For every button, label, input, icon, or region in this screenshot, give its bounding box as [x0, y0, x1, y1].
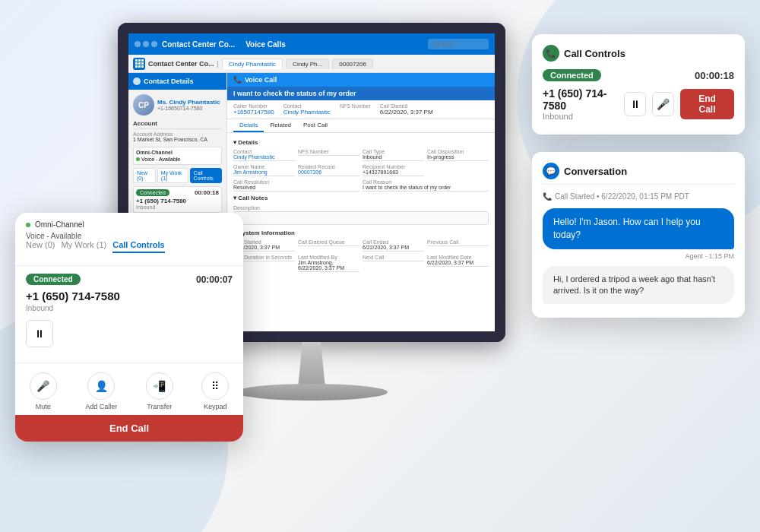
phone-circle-icon: 📞	[543, 45, 559, 62]
sys-fl-modified-date: Last Modified Date	[427, 255, 489, 260]
transfer-icon: 📲	[153, 380, 166, 392]
voice-call-title: Voice Call	[245, 76, 277, 84]
tab-details[interactable]: Details	[233, 119, 264, 132]
conv-title-bar: 💬 Conversation	[543, 163, 734, 185]
call-subject-bar: I want to check the status of my order	[227, 87, 495, 100]
omni-channel-bar: Omni-Channel Voice - Available	[133, 147, 222, 165]
contact-header: Contact Details	[128, 73, 226, 90]
call-controls-title: Call Controls	[564, 48, 625, 59]
panel-end-call-bar[interactable]: End Call	[15, 415, 243, 442]
address-field: Account Address 1 Market St, San Francis…	[133, 131, 222, 142]
panel-tab-my-work[interactable]: My Work (1)	[62, 240, 107, 253]
details-grid: Contact Cindy Phamtastic NFS Number Call…	[233, 149, 489, 176]
call-started-label: Call Started	[380, 103, 433, 109]
top-bar-dots	[135, 41, 157, 47]
call-timer-mini: 00:00:18	[195, 189, 219, 196]
conversation-overlay: 💬 Conversation 📞 Call Started • 6/22/202…	[532, 152, 745, 318]
add-caller-icon: 👤	[95, 380, 108, 392]
contact-details-title: Contact Details	[144, 78, 194, 85]
nfs-field: NFS Number	[340, 103, 371, 116]
phone-number-mini: +1 (650) 714-7580	[136, 198, 219, 204]
inbound-label-mini: Inbound	[136, 204, 219, 210]
fl-contact: Contact	[233, 149, 295, 154]
panel-pause-button[interactable]: ⏸	[26, 320, 53, 347]
keypad-button[interactable]: ⠿	[201, 372, 229, 400]
mute-action: 🎤 Mute	[30, 372, 57, 410]
panel-tab-new[interactable]: New (0)	[26, 240, 55, 253]
panel-connected-row: Connected 00:00:07	[26, 274, 233, 285]
dot1	[135, 41, 141, 47]
profile-name: Ms. Cindy Phamtastic	[157, 99, 220, 106]
sys-fl-ended: Call Ended	[363, 239, 424, 245]
call-started-field: Call Started 6/22/2020, 3:37 PM	[380, 103, 433, 116]
fl-owner: Owner Name	[233, 164, 295, 169]
end-call-button[interactable]: End Call	[680, 89, 734, 119]
sys-info-grid: Call Started 6/22/2020, 3:37 PM Call Ent…	[233, 239, 489, 272]
status-dot	[136, 157, 140, 161]
keypad-label: Keypad	[204, 403, 227, 410]
account-section: Account	[133, 120, 222, 129]
panel-call-area: Connected 00:00:07 +1 (650) 714-7580 Inb…	[15, 266, 243, 363]
omni-bar: Omni-Channel	[26, 220, 233, 229]
mute-action-icon: 🎤	[36, 380, 49, 392]
nav-logo	[133, 58, 145, 70]
fv-recipient: +14327891683	[363, 169, 424, 176]
mute-action-button[interactable]: 🎤	[30, 372, 57, 400]
panel-phone: +1 (650) 714-7580	[26, 290, 233, 302]
main-content: 📞 Voice Call I want to check the status …	[227, 73, 495, 331]
transfer-button[interactable]: 📲	[146, 372, 173, 400]
agent-label: Agent · 1:15 PM	[543, 252, 734, 260]
pause-button[interactable]: ⏸	[624, 92, 646, 116]
tab-my-work[interactable]: My Work (1)	[157, 168, 188, 183]
mute-action-label: Mute	[36, 403, 51, 410]
dot3	[151, 41, 157, 47]
call-controls-buttons: ⏸ 🎤 End Call	[624, 89, 734, 119]
panel-tab-call-controls[interactable]: Call Controls	[112, 240, 164, 253]
add-caller-button[interactable]: 👤	[87, 372, 115, 400]
call-notes-section: ▾ Call Notes	[233, 195, 489, 201]
profile-section: CP Ms. Cindy Phamtastic +1-16650714-7580	[133, 94, 222, 116]
fl-related: Related Record	[298, 164, 359, 169]
fv-nfs	[298, 154, 359, 156]
nfs-label: NFS Number	[340, 103, 371, 109]
details-section-title: ▾ Details	[233, 139, 489, 146]
app-title: Contact Center Co...	[162, 40, 235, 49]
nav-app-title: Contact Center Co...	[148, 60, 214, 68]
phone-number-row: +1 (650) 714-7580 Inbound ⏸ 🎤 End Call	[543, 87, 734, 121]
omni-green-dot	[26, 223, 30, 227]
agent-bubble: Hello! I'm Jason. How can I help you tod…	[543, 208, 734, 249]
add-caller-action: 👤 Add Caller	[85, 372, 117, 410]
tab-call-controls[interactable]: Call Controls	[190, 168, 222, 183]
fl-recipient: Recipient Number	[363, 164, 424, 169]
tab-new[interactable]: New (0)	[133, 168, 156, 183]
profile-phone: +1-16650714-7580	[157, 106, 220, 111]
caller-info-row: Caller Number +16507147580 Contact Cindy…	[227, 100, 495, 119]
call-subject: I want to check the status of my order	[233, 90, 356, 97]
search-input[interactable]	[428, 39, 489, 49]
fv-reason: I want to check the status of my order	[363, 185, 489, 192]
sys-fv-modified-date: 6/22/2020, 3:37 PM	[427, 260, 489, 267]
tab-cindy-1[interactable]: Cindy Phamtastic	[222, 59, 283, 69]
sys-fl-next: Next Call	[363, 255, 424, 260]
tab-post-call[interactable]: Post Call	[297, 119, 334, 132]
phone-icon: 📞	[233, 76, 242, 84]
fv-contact: Cindy Phamtastic	[233, 154, 295, 161]
monitor-stand-neck	[289, 342, 334, 388]
tab-cindy-2[interactable]: Cindy Ph...	[286, 59, 329, 69]
inbound-text: Inbound	[543, 112, 624, 121]
keypad-icon: ⠿	[211, 380, 219, 392]
omni-title: Omni-Channel	[136, 150, 219, 155]
tab-related[interactable]: Related	[264, 119, 297, 132]
mute-button[interactable]: 🎤	[652, 92, 674, 116]
address-value: 1 Market St, San Francisco, CA	[133, 137, 222, 142]
keypad-action: ⠿ Keypad	[201, 372, 229, 410]
tab-id[interactable]: 00007206	[332, 59, 373, 69]
panel-action-row: 🎤 Mute 👤 Add Caller 📲 Transfer ⠿	[15, 363, 243, 415]
fl-disposition: Call Disposition	[427, 149, 489, 154]
call-started-text: Call Started • 6/22/2020, 01:15 PM PDT	[555, 192, 689, 201]
call-started-row: 📞 Call Started • 6/22/2020, 01:15 PM PDT	[543, 192, 734, 201]
omni-status: Voice - Available	[136, 157, 219, 162]
panel-timer: 00:00:07	[196, 274, 233, 285]
detail-tabs: Details Related Post Call	[227, 119, 495, 133]
transfer-action: 📲 Transfer	[146, 372, 173, 410]
